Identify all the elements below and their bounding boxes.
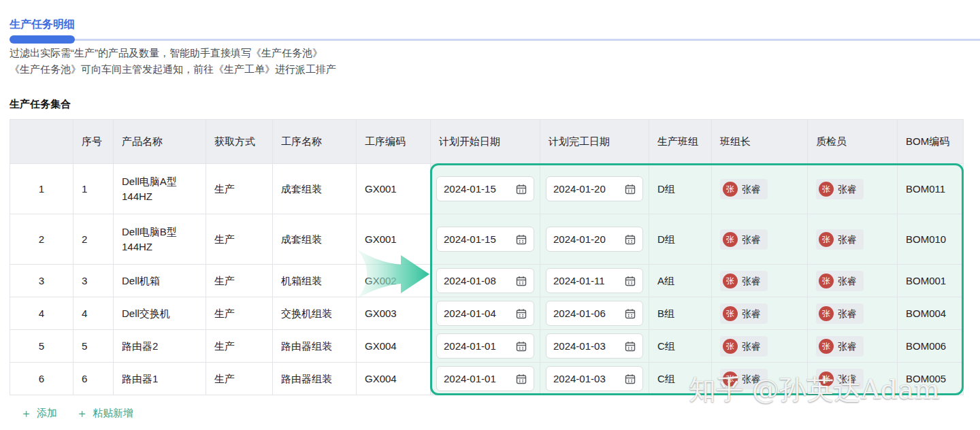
bom-code-cell: BOM004 [898, 297, 964, 330]
end-date-cell: 2024-01-20 [540, 214, 649, 265]
production-task-table: 序号 产品名称 获取方式 工序名称 工序编码 计划开始日期 计划完工日期 生产班… [10, 119, 964, 395]
process-name-cell: 成套组装 [273, 214, 357, 265]
avatar: 张 [819, 306, 834, 321]
bom-code-cell: BOM011 [898, 164, 964, 214]
tab-underline [10, 35, 980, 44]
leader-person-chip[interactable]: 张 张睿 [720, 229, 768, 250]
process-code-cell: GX003 [357, 297, 431, 330]
process-code-cell: GX002 [357, 265, 431, 297]
leader-name: 张睿 [742, 232, 761, 247]
product-name-cell: Dell机箱 [114, 265, 206, 297]
description-text: 过滤出实际需“生产”的产品及数量，智能助手直接填写《生产任务池》 《生产任务池》… [10, 45, 336, 78]
section-title: 生产任务集合 [10, 98, 71, 111]
tab-production-task-detail[interactable]: 生产任务明细 [10, 18, 75, 32]
inspector-person-chip[interactable]: 张 张睿 [816, 336, 864, 357]
leader-name: 张睿 [742, 274, 761, 288]
inspector-cell: 张 张睿 [808, 297, 898, 330]
product-name-cell: Dell交换机 [114, 297, 206, 330]
table-row: 1 1 Dell电脑A型 144HZ 生产 成套组装 GX001 2024-01… [10, 164, 964, 214]
process-name-cell: 机箱组装 [273, 265, 357, 297]
bom-code-cell: BOM006 [898, 330, 964, 363]
inspector-person-chip[interactable]: 张 张睿 [816, 179, 864, 199]
avatar: 张 [819, 339, 834, 354]
inspector-person-chip[interactable]: 张 张睿 [816, 271, 864, 291]
end-date-input[interactable]: 2024-01-20 [546, 227, 643, 252]
inspector-cell: 张 张睿 [808, 164, 898, 214]
team-cell: B组 [649, 297, 712, 330]
product-name-cell: Dell电脑A型 144HZ [114, 164, 206, 214]
table-row: 4 4 Dell交换机 生产 交换机组装 GX003 2024-01-04 20… [10, 297, 964, 330]
start-date-input[interactable]: 2024-01-15 [436, 227, 534, 252]
end-date-input[interactable]: 2024-01-11 [546, 268, 643, 293]
add-row-button[interactable]: ＋ 添加 [20, 407, 57, 420]
seq-cell: 1 [74, 164, 114, 214]
plus-icon: ＋ [76, 408, 88, 419]
team-cell: D组 [649, 214, 712, 265]
bom-code-cell: BOM005 [898, 363, 964, 395]
start-date-input[interactable]: 2024-01-01 [436, 333, 534, 359]
team-cell: D组 [649, 164, 712, 214]
process-name-cell: 路由器组装 [273, 330, 357, 363]
avatar: 张 [723, 182, 738, 197]
col-header-leader: 班组长 [712, 120, 808, 164]
product-name-cell: 路由器2 [114, 330, 206, 363]
leader-person-chip[interactable]: 张 张睿 [720, 336, 768, 357]
team-cell: C组 [649, 330, 712, 363]
end-date-input[interactable]: 2024-01-03 [546, 333, 643, 359]
seq-cell: 3 [74, 265, 114, 297]
start-date-cell: 2024-01-15 [431, 164, 540, 214]
paste-add-button[interactable]: ＋ 粘贴新增 [76, 407, 133, 420]
inspector-person-chip[interactable]: 张 张睿 [816, 303, 864, 324]
inspector-cell: 张 张睿 [808, 214, 898, 265]
start-date-value: 2024-01-15 [444, 182, 496, 197]
start-date-cell: 2024-01-04 [431, 297, 540, 330]
active-tab-indicator [10, 35, 75, 44]
calendar-icon [516, 308, 527, 319]
inspector-person-chip[interactable]: 张 张睿 [816, 229, 864, 250]
avatar: 张 [723, 232, 738, 247]
col-header-inspector: 质检员 [808, 120, 898, 164]
production-task-page: 生产任务明细 过滤出实际需“生产”的产品及数量，智能助手直接填写《生产任务池》 … [0, 0, 980, 430]
paste-add-label: 粘贴新增 [93, 407, 133, 420]
inspector-name: 张睿 [838, 371, 857, 386]
leader-name: 张睿 [742, 339, 761, 354]
production-task-table-wrap: 序号 产品名称 获取方式 工序名称 工序编码 计划开始日期 计划完工日期 生产班… [10, 119, 963, 395]
acquire-method-cell: 生产 [206, 330, 273, 363]
leader-person-chip[interactable]: 张 张睿 [720, 179, 768, 199]
start-date-input[interactable]: 2024-01-15 [436, 176, 534, 201]
col-header-process: 工序名称 [273, 120, 357, 164]
inspector-name: 张睿 [838, 339, 857, 354]
end-date-value: 2024-01-20 [553, 232, 606, 247]
row-index-cell: 1 [10, 164, 74, 214]
leader-person-chip[interactable]: 张 张睿 [720, 271, 768, 291]
bom-code-cell: BOM010 [898, 214, 964, 265]
start-date-input[interactable]: 2024-01-04 [436, 301, 534, 326]
inspector-person-chip[interactable]: 张 张睿 [816, 369, 864, 389]
start-date-cell: 2024-01-01 [431, 363, 540, 395]
end-date-value: 2024-01-11 [553, 274, 605, 288]
seq-cell: 5 [74, 330, 114, 363]
process-code-cell: GX004 [357, 330, 431, 363]
start-date-input[interactable]: 2024-01-01 [436, 366, 534, 391]
inspector-cell: 张 张睿 [808, 265, 898, 297]
end-date-input[interactable]: 2024-01-06 [546, 301, 643, 326]
leader-cell: 张 张睿 [712, 297, 808, 330]
row-index-cell: 2 [10, 214, 74, 265]
start-date-input[interactable]: 2024-01-08 [436, 268, 534, 293]
inspector-cell: 张 张睿 [808, 363, 898, 395]
avatar: 张 [723, 371, 738, 386]
start-date-value: 2024-01-01 [444, 371, 496, 386]
process-name-cell: 路由器组装 [273, 363, 357, 395]
leader-person-chip[interactable]: 张 张睿 [720, 303, 768, 324]
leader-name: 张睿 [742, 371, 761, 386]
end-date-input[interactable]: 2024-01-20 [546, 176, 643, 201]
row-index-cell: 6 [10, 363, 74, 395]
end-date-input[interactable]: 2024-01-03 [546, 366, 643, 391]
avatar: 张 [819, 232, 834, 247]
team-cell: A组 [649, 265, 712, 297]
calendar-icon [516, 234, 527, 245]
calendar-icon [625, 276, 636, 286]
leader-person-chip[interactable]: 张 张睿 [720, 369, 768, 389]
process-name-cell: 成套组装 [273, 164, 357, 214]
leader-cell: 张 张睿 [712, 265, 808, 297]
